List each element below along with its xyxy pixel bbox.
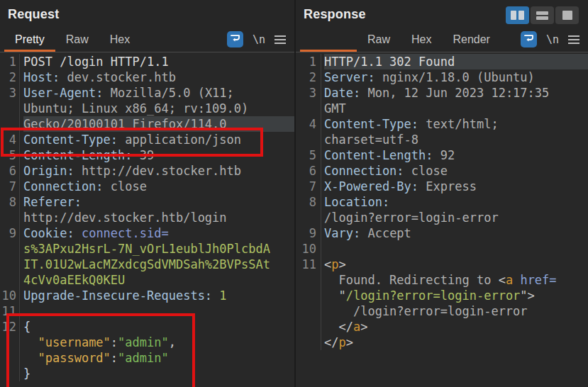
tab-response-raw[interactable]: Raw — [357, 27, 401, 52]
line-number: 7 — [0, 179, 20, 194]
code-text: Content-Type: application/json — [23, 132, 294, 147]
line-number: 4 — [0, 132, 20, 147]
code-text: Location: — [324, 194, 588, 210]
layout-columns-button[interactable] — [506, 6, 529, 24]
code-text: } — [23, 366, 294, 381]
code-line: 3User-Agent: Mozilla/5.0 (X11; — [0, 85, 294, 101]
layout-single-button[interactable] — [555, 6, 579, 24]
code-text: Content-Length: 39 — [23, 147, 294, 163]
word-wrap-button[interactable] — [521, 31, 537, 47]
response-editor[interactable]: 1HTTP/1.1 302 Found2Server: nginx/1.18.0… — [296, 52, 588, 387]
request-editor[interactable]: 1POST /login HTTP/1.12Host: dev.stocker.… — [0, 52, 294, 387]
code-text — [23, 303, 294, 319]
columns-icon — [518, 11, 524, 20]
code-text: IT.01U2wLacMZxdcgSdVMDSah%2BVPsSAt — [23, 257, 294, 272]
code-text: Cookie: connect.sid= — [23, 225, 294, 241]
tab-request-pretty[interactable]: Pretty — [4, 27, 55, 52]
code-line: 10Upgrade-Insecure-Requests: 1 — [0, 288, 294, 303]
line-number: 6 — [296, 163, 321, 179]
columns-icon — [511, 11, 516, 20]
code-text: Content-Length: 92 — [324, 147, 588, 163]
line-number — [296, 101, 321, 116]
line-number: 1 — [0, 54, 20, 69]
line-number: 5 — [296, 147, 321, 163]
line-number — [0, 210, 20, 225]
code-line: 8Location: — [296, 194, 588, 210]
request-editor-tools: \n — [227, 27, 294, 52]
code-text: GMT — [324, 101, 588, 116]
code-line: 7Connection: close — [0, 179, 294, 194]
code-text: Vary: Accept — [324, 225, 588, 241]
line-number: 9 — [0, 225, 20, 241]
tab-request-raw[interactable]: Raw — [55, 27, 99, 52]
code-line: </a> — [296, 319, 588, 335]
code-line: 11<p> — [296, 257, 588, 272]
tab-response-pretty[interactable] — [300, 27, 357, 52]
code-text: Host: dev.stocker.htb — [23, 69, 294, 85]
line-number — [296, 132, 321, 147]
line-number — [296, 319, 321, 335]
request-header: Request Pretty Raw Hex — [0, 0, 294, 52]
line-number — [0, 241, 20, 257]
line-number: 8 — [0, 194, 20, 210]
code-text: X-Powered-By: Express — [324, 179, 588, 194]
line-number: 3 — [296, 85, 321, 101]
tab-response-render[interactable]: Render — [442, 27, 500, 52]
code-line: /login?error=login-error — [296, 303, 588, 319]
code-text: HTTP/1.1 302 Found — [324, 54, 588, 69]
response-editor-tools: \n — [521, 27, 588, 52]
code-line: 10 — [296, 241, 588, 257]
line-number — [0, 366, 20, 381]
code-line: 2Server: nginx/1.18.0 (Ubuntu) — [296, 69, 588, 85]
line-number — [0, 257, 20, 272]
code-line: </p> — [296, 335, 588, 350]
code-text: /login?error=login-error — [324, 210, 588, 225]
layout-rows-button[interactable] — [531, 6, 554, 24]
line-number: 3 — [0, 85, 20, 101]
code-line: GMT — [296, 101, 588, 116]
code-text: Found. Redirecting to <a href= — [324, 272, 588, 288]
code-text: Origin: http://dev.stocker.htb — [23, 163, 294, 179]
code-line: 1POST /login HTTP/1.1 — [0, 54, 294, 69]
code-line: 4Content-Type: application/json — [0, 132, 294, 147]
code-text: "username":"admin", — [23, 335, 294, 350]
code-text: POST /login HTTP/1.1 — [23, 54, 294, 69]
code-text: /login?error=login-error — [324, 303, 588, 319]
editor-menu-button[interactable] — [568, 35, 579, 44]
editor-menu-button[interactable] — [274, 35, 286, 44]
code-line: 1HTTP/1.1 302 Found — [296, 54, 588, 69]
line-number — [0, 116, 20, 132]
code-text: "/login?error=login-error"> — [324, 288, 588, 303]
code-text: Connection: close — [324, 163, 588, 179]
tab-request-hex[interactable]: Hex — [99, 27, 140, 52]
code-text: User-Agent: Mozilla/5.0 (X11; — [23, 85, 294, 101]
code-line: 5Content-Length: 39 — [0, 147, 294, 163]
line-number: 9 — [296, 225, 321, 241]
code-text: Referer: — [23, 194, 294, 210]
code-text: <p> — [324, 257, 588, 272]
code-line: 7X-Powered-By: Express — [296, 179, 588, 194]
line-number: 5 — [0, 147, 20, 163]
code-line: 6Connection: close — [296, 163, 588, 179]
code-text: Date: Mon, 12 Jun 2023 12:17:35 — [324, 85, 588, 101]
line-number — [296, 303, 321, 319]
code-line: "/login?error=login-error"> — [296, 288, 588, 303]
show-newlines-button[interactable]: \n — [546, 33, 559, 46]
line-number: 11 — [296, 257, 321, 272]
line-number: 2 — [296, 69, 321, 85]
request-title: Request — [0, 0, 294, 27]
line-number: 12 — [0, 319, 20, 335]
line-number — [0, 350, 20, 366]
rows-icon — [536, 11, 548, 20]
show-newlines-button[interactable]: \n — [253, 33, 265, 46]
code-line: 9Cookie: connect.sid= — [0, 225, 294, 241]
tab-response-hex[interactable]: Hex — [401, 27, 442, 52]
code-line: 4cVv0aEEkQ0KEU — [0, 272, 294, 288]
line-number — [296, 288, 321, 303]
code-text: http://dev.stocker.htb/login — [23, 210, 294, 225]
single-pane-icon — [562, 11, 572, 20]
word-wrap-button[interactable] — [227, 31, 243, 47]
code-line: charset=utf-8 — [296, 132, 588, 147]
response-tab-bar: Raw Hex Render \n — [296, 27, 588, 52]
code-line: 3Date: Mon, 12 Jun 2023 12:17:35 — [296, 85, 588, 101]
